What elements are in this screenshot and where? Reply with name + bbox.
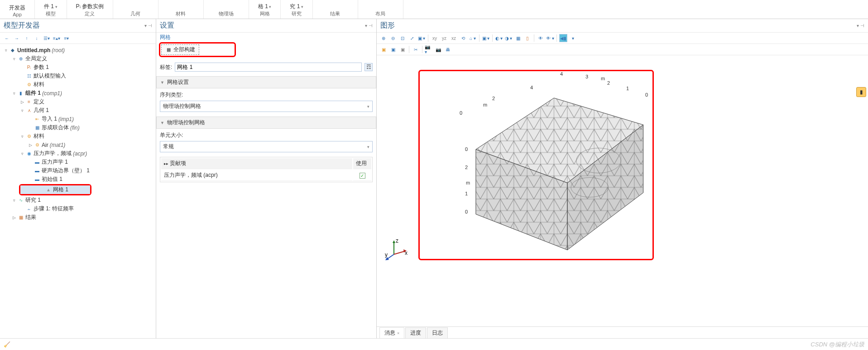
tree-row[interactable]: ▿⋏几何 1 xyxy=(1,106,155,115)
expander-icon[interactable]: ▷ xyxy=(20,100,24,104)
tree-row[interactable]: ▿◆Untitled.mph (root) xyxy=(1,46,155,54)
tree-row[interactable]: ▷▦结果 xyxy=(1,213,155,222)
ribbon-group-definitions[interactable]: Pᵢ 参数实例定义 xyxy=(67,0,113,19)
panel-pin-icon[interactable]: ▾ ⊣ xyxy=(365,23,373,28)
ribbon-group-physics[interactable]: 物理场 xyxy=(204,0,249,19)
tree-row[interactable]: ▬初始值 1 xyxy=(1,175,155,184)
nav-up-icon[interactable]: ↑ xyxy=(23,34,31,42)
expander-icon[interactable]: ▿ xyxy=(20,151,24,156)
view-xy-icon[interactable]: xy xyxy=(431,34,439,42)
nav-fwd-icon[interactable]: → xyxy=(13,34,21,42)
expander-icon[interactable]: ▿ xyxy=(4,48,8,53)
tree-row[interactable]: ▿⊕全局定义 xyxy=(1,54,155,63)
label-input[interactable] xyxy=(175,63,362,72)
collapse-icon[interactable]: ≡▴▾ xyxy=(53,34,61,42)
axis-tick: 0 xyxy=(465,146,468,152)
orbit-icon[interactable]: ⟲ xyxy=(459,34,467,42)
tree-row[interactable]: ▿∿研究 1 xyxy=(1,196,155,204)
clip-icon[interactable]: ◐ ▾ xyxy=(495,34,503,42)
tab-progress[interactable]: 进度 xyxy=(405,327,426,338)
filter-icon[interactable]: ≡▾ xyxy=(62,34,71,42)
ribbon-group-results[interactable]: 结果 xyxy=(313,0,358,19)
expand-tri-icon[interactable]: ▸▸ xyxy=(164,161,168,166)
nav-back-icon[interactable]: ← xyxy=(3,34,11,42)
zoom-box-icon[interactable]: ⊡ xyxy=(398,34,407,42)
axis-tick: 2 xyxy=(465,165,468,170)
expander-icon[interactable]: ▿ xyxy=(20,108,24,113)
ribbon-group-model[interactable]: 件 1模型 xyxy=(35,0,67,19)
tree-row[interactable]: ▲网格 1 xyxy=(20,185,90,194)
panel-pin-icon[interactable]: ▾ ⊣ xyxy=(857,23,864,28)
results-shortcut-icon[interactable]: ▮ xyxy=(856,87,866,97)
ribbon-group-mesh[interactable]: 格 1网格 xyxy=(249,0,281,19)
tree-row[interactable]: ⫠步骤 1: 特征频率 xyxy=(1,204,155,213)
zoom-sel-icon[interactable]: ▣ ▾ xyxy=(417,34,426,42)
graphics-canvas[interactable]: ▮ 4 3 m 2 1 0 4 2 m 0 0 2 m 1 0 xyxy=(377,55,868,326)
ribbon-group-app[interactable]: 开发器App xyxy=(0,0,35,19)
tree-row[interactable]: ▦形成联合体 (fin) xyxy=(1,123,155,132)
trans-icon[interactable]: ◑ ▾ xyxy=(504,34,513,42)
tree-row[interactable]: ▿◉压力声学，频域 (acpr) xyxy=(1,149,155,158)
close-icon[interactable]: × xyxy=(397,331,399,335)
wire-icon[interactable]: ▦ xyxy=(514,34,522,42)
hide-icon[interactable]: 👁 xyxy=(537,34,545,42)
node-suffix: (comp1) xyxy=(42,90,62,97)
caret-down-icon: ▾ xyxy=(367,104,369,109)
node-icon: ⇤ xyxy=(34,116,40,122)
expander-icon[interactable]: ▷ xyxy=(12,215,16,220)
sel-3-icon[interactable]: ▣ xyxy=(398,45,407,53)
sel-domain-icon[interactable]: ▣ ▾ xyxy=(482,34,490,42)
tree-row[interactable]: ▿▮组件 1 (comp1) xyxy=(1,89,155,97)
node-label: 步骤 1: 特征频率 xyxy=(34,205,74,213)
expander-icon[interactable]: ▿ xyxy=(12,198,16,203)
show-icon[interactable]: 👁 ▾ xyxy=(546,34,554,42)
expander-icon[interactable]: ▿ xyxy=(12,57,16,61)
ribbon-group-materials[interactable]: 材料 xyxy=(158,0,204,19)
view-xz-icon[interactable]: xz xyxy=(450,34,458,42)
use-checkbox[interactable]: ✓ xyxy=(360,173,365,179)
ribbon-group-layout[interactable]: 布局 xyxy=(358,0,403,19)
zoom-out-icon[interactable]: ⊖ xyxy=(389,34,397,42)
tree-row[interactable]: ⇤导入 1 (imp1) xyxy=(1,115,155,123)
tab-log[interactable]: 日志 xyxy=(427,327,448,338)
sel-toggle-icon[interactable]: ◀▮ xyxy=(559,34,567,42)
sel-1-icon[interactable]: ▣ xyxy=(379,45,388,53)
table-row: 压力声学，频域 (acpr) ✓ xyxy=(161,170,371,181)
save-img-icon[interactable]: 📷 xyxy=(434,45,442,53)
expander-icon[interactable]: ▿ xyxy=(20,134,24,139)
label-action-icon[interactable]: ☶ xyxy=(364,63,373,71)
view-yz-icon[interactable]: yz xyxy=(440,34,448,42)
expand-icon[interactable]: ☰▾ xyxy=(43,34,51,42)
phys-ctrl-header[interactable]: ▼ 物理场控制网格 xyxy=(156,117,376,129)
seq-type-select[interactable]: 物理场控制网格 ▾ xyxy=(160,101,373,112)
tree-row[interactable]: Pᵢ参数 1 xyxy=(1,63,155,72)
build-all-button[interactable]: ▦ 全部构建 xyxy=(161,44,199,55)
zoom-extents-icon[interactable]: ⤢ xyxy=(408,34,416,42)
render-icon[interactable]: ▯ xyxy=(523,34,532,42)
sel-more-icon[interactable]: ▾ xyxy=(569,34,577,42)
tree-row[interactable]: ▬硬声场边界（壁） 1 xyxy=(1,166,155,175)
ribbon-group-geometry[interactable]: 几何 xyxy=(113,0,158,19)
tree-row[interactable]: ▷≡定义 xyxy=(1,97,155,106)
model-tree[interactable]: ▿◆Untitled.mph (root)▿⊕全局定义Pᵢ参数 1☷默认模型输入… xyxy=(0,44,156,338)
zoom-in-icon[interactable]: ⊕ xyxy=(379,34,388,42)
expander-icon[interactable]: ▿ xyxy=(12,91,16,96)
expander-icon[interactable]: ▷ xyxy=(28,143,33,147)
tree-row[interactable]: ☷默认模型输入 xyxy=(1,72,155,80)
sel-2-icon[interactable]: ▣ xyxy=(389,45,397,53)
tree-row[interactable]: ▿⚙材料 xyxy=(1,132,155,141)
tree-row[interactable]: ⚙材料 xyxy=(1,80,155,89)
tree-row[interactable]: ▷⚙Air (mat1) xyxy=(1,141,155,149)
snapshot-icon[interactable]: 📷 ▾ xyxy=(425,45,433,53)
tab-messages[interactable]: 消息× xyxy=(379,327,404,338)
mesh-settings-header[interactable]: ▼ 网格设置 xyxy=(156,76,376,88)
tree-row[interactable]: ▬压力声学 1 xyxy=(1,158,155,166)
caret-down-icon: ▾ xyxy=(367,145,369,149)
nav-down-icon[interactable]: ↓ xyxy=(33,34,41,42)
measure-icon[interactable]: ✂ xyxy=(412,45,420,53)
ribbon-group-study[interactable]: 究 1研究 xyxy=(281,0,313,19)
default-view-icon[interactable]: ⌂ ▾ xyxy=(469,34,477,42)
print-icon[interactable]: 🖶 xyxy=(444,45,452,53)
elem-size-select[interactable]: 常规 ▾ xyxy=(160,141,373,152)
panel-pin-icon[interactable]: ▾ ⊣ xyxy=(144,23,152,28)
